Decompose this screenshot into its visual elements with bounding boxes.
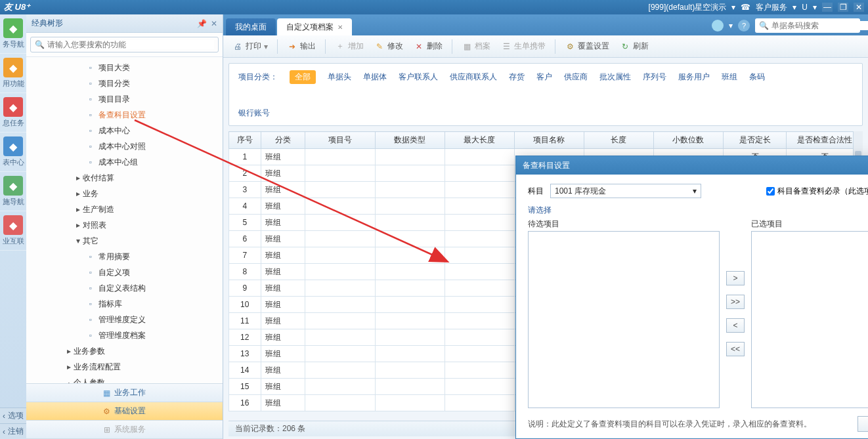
- tree-node[interactable]: ▫自定义表结构: [26, 280, 223, 296]
- base-settings-tab[interactable]: ⚙基础设置: [26, 402, 223, 421]
- logout-button[interactable]: ‹注销: [0, 423, 26, 439]
- account-info[interactable]: [999](default)星空演示: [649, 2, 727, 13]
- u-badge[interactable]: U: [802, 3, 808, 12]
- filter-link[interactable]: 批次属性: [599, 72, 631, 83]
- nav-item[interactable]: ◆用功能: [0, 54, 26, 93]
- subject-combo[interactable]: 1001 库存现金 ▾: [550, 184, 701, 198]
- tab-close-icon[interactable]: ✕: [337, 24, 343, 31]
- tree-node[interactable]: ▫自定义项: [26, 264, 223, 280]
- tree-node[interactable]: ▫项目目录: [26, 91, 223, 107]
- tree-node[interactable]: ▸对照表: [26, 217, 223, 233]
- account-dropdown-icon[interactable]: ▾: [731, 3, 735, 12]
- filter-link[interactable]: 单据头: [328, 72, 351, 83]
- tree-toggle-icon: ▸: [74, 189, 83, 198]
- filter-link[interactable]: 服务用户: [678, 72, 710, 83]
- tree-title: 经典树形: [32, 18, 63, 29]
- filter-link[interactable]: 存货: [509, 72, 525, 83]
- tree-node[interactable]: ▫成本中心组: [26, 154, 223, 170]
- table-header[interactable]: 是否定长: [723, 132, 786, 149]
- table-header[interactable]: 项目名称: [514, 132, 584, 149]
- help-icon[interactable]: ?: [738, 20, 750, 31]
- tree-toggle-icon: ▾: [74, 236, 83, 245]
- filter-link[interactable]: 班组: [722, 72, 737, 83]
- tree-node[interactable]: ▸业务参数: [26, 343, 223, 359]
- table-header[interactable]: 小数位数: [653, 132, 723, 149]
- nav-item[interactable]: ◆施导航: [0, 172, 26, 211]
- move-all-left-button[interactable]: <<: [726, 342, 745, 356]
- doc-icon: ▫: [85, 142, 96, 151]
- dialog-titlebar[interactable]: 备查科目设置 ✕: [516, 156, 868, 175]
- filter-link[interactable]: 银行账号: [238, 108, 270, 119]
- tab-custom-archive[interactable]: 自定义项档案✕: [277, 18, 352, 35]
- refresh-icon: ↻: [620, 41, 630, 52]
- barcode-search[interactable]: 🔍: [755, 18, 860, 33]
- restore-button[interactable]: ❐: [838, 3, 848, 12]
- edit-button[interactable]: ✎修改: [370, 39, 407, 54]
- tree-node[interactable]: ▸收付结算: [26, 170, 223, 186]
- tab-desktop[interactable]: 我的桌面: [226, 18, 276, 35]
- filter-link[interactable]: 供应商: [564, 72, 588, 83]
- refresh-button[interactable]: ↻刷新: [616, 39, 653, 54]
- tree-node[interactable]: ▾其它: [26, 233, 223, 249]
- selected-list[interactable]: [751, 231, 868, 408]
- tree-node[interactable]: ·个人参数: [26, 375, 223, 383]
- nav-item[interactable]: ◆务导航: [0, 14, 26, 54]
- table-header[interactable]: 数据类型: [375, 132, 445, 149]
- service-dropdown-icon[interactable]: ▾: [792, 3, 796, 12]
- filter-link[interactable]: 序列号: [643, 72, 666, 83]
- filter-link[interactable]: 条码: [749, 72, 765, 83]
- table-header[interactable]: 项目号: [305, 132, 375, 149]
- print-button[interactable]: 🖨打印▾: [228, 39, 272, 54]
- filter-link[interactable]: 供应商联系人: [450, 72, 497, 83]
- table-header[interactable]: 是否检查合法性: [787, 132, 863, 149]
- tree-node[interactable]: ▫项目大类: [26, 60, 223, 75]
- tree-node[interactable]: ▫备查科目设置: [26, 107, 223, 123]
- nav-item[interactable]: ◆息任务: [0, 93, 26, 133]
- tree-node[interactable]: ▫管理维度档案: [26, 327, 223, 343]
- tree-node[interactable]: ▫成本中心: [26, 123, 223, 138]
- tree-node[interactable]: ▫管理维度定义: [26, 312, 223, 327]
- pin-icon[interactable]: 📌: [197, 19, 207, 28]
- filter-link[interactable]: 客户: [536, 72, 552, 83]
- required-checkbox[interactable]: 科目备查资料必录（此选项对整个账套起作用）: [766, 186, 868, 197]
- minimize-button[interactable]: —: [822, 3, 833, 12]
- tree-close-icon[interactable]: ✕: [211, 19, 217, 28]
- nav-item[interactable]: ◆业互联: [0, 211, 26, 251]
- u-dropdown-icon[interactable]: ▾: [813, 3, 817, 12]
- table-header[interactable]: 长度: [584, 132, 653, 149]
- nav-item[interactable]: ◆表中心: [0, 133, 26, 172]
- business-work-tab[interactable]: ▦业务工作: [26, 384, 223, 402]
- user-avatar-icon[interactable]: [712, 20, 724, 31]
- move-right-button[interactable]: >: [726, 271, 745, 285]
- barcode-search-input[interactable]: [771, 21, 868, 30]
- close-button[interactable]: ✕: [854, 3, 864, 12]
- cover-button[interactable]: ⚙覆盖设置: [561, 39, 613, 54]
- table-header[interactable]: 序号: [229, 132, 261, 149]
- filter-link[interactable]: 单据体: [363, 72, 387, 83]
- table-header[interactable]: 最大长度: [445, 132, 514, 149]
- tree-node[interactable]: ▫常用摘要: [26, 249, 223, 264]
- available-list[interactable]: [528, 231, 720, 408]
- system-service-tab[interactable]: ⊞系统服务: [26, 421, 223, 439]
- delete-button[interactable]: ✕删除: [410, 39, 446, 54]
- move-left-button[interactable]: <: [726, 318, 745, 333]
- options-button[interactable]: ‹选项: [0, 408, 26, 423]
- tree-node[interactable]: ▸业务流程配置: [26, 359, 223, 375]
- avatar-dropdown-icon[interactable]: ▾: [729, 21, 733, 30]
- tree-node[interactable]: ▫指标库: [26, 296, 223, 312]
- customer-service-link[interactable]: 客户服务: [756, 2, 787, 13]
- tree-node[interactable]: ▸生产制造: [26, 201, 223, 217]
- tree-node[interactable]: ▫成本中心对照: [26, 138, 223, 154]
- table-header[interactable]: 分类: [261, 132, 305, 149]
- output-button[interactable]: ➜输出: [283, 39, 320, 54]
- please-select-link[interactable]: 请选择: [528, 205, 552, 215]
- ok-button[interactable]: 确定: [857, 416, 868, 432]
- tree-search-input[interactable]: [47, 40, 214, 49]
- move-all-right-button[interactable]: >>: [726, 295, 745, 309]
- filter-link[interactable]: 全部: [290, 70, 316, 84]
- filter-label: 项目分类：: [238, 72, 278, 83]
- tree-node[interactable]: ▫项目分类: [26, 75, 223, 91]
- filter-link[interactable]: 客户联系人: [399, 72, 438, 83]
- tree-search-box[interactable]: 🔍: [30, 37, 219, 52]
- tree-node[interactable]: ▸业务: [26, 186, 223, 201]
